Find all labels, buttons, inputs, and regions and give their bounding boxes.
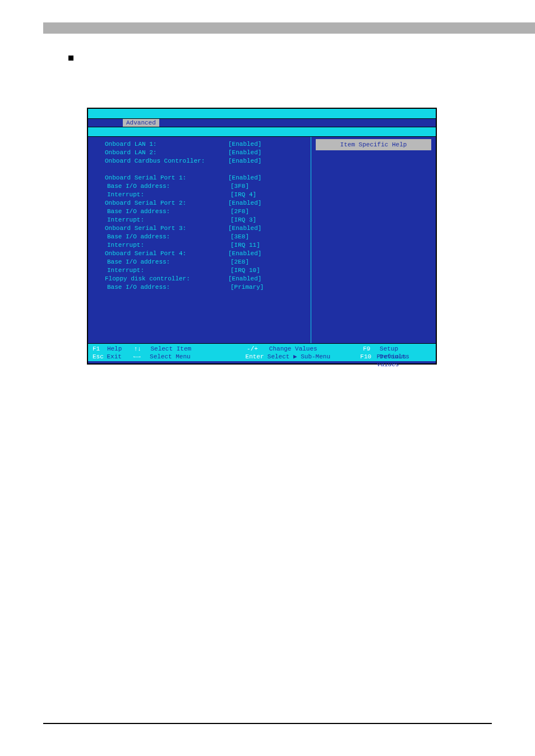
key-enter: Enter [246, 353, 268, 361]
setting-label: Interrupt: [107, 191, 230, 199]
setting-label: Base I/O address: [107, 233, 230, 241]
action-select-submenu: Select ▶ Sub-Menu [268, 353, 339, 361]
setting-value[interactable]: [IRQ 10] [230, 266, 260, 275]
setting-value[interactable]: [Enabled] [228, 250, 261, 258]
action-change-values: Change Values [269, 345, 342, 353]
setting-label: Onboard Serial Port 2: [105, 199, 228, 208]
setting-value[interactable]: [Enabled] [228, 157, 261, 165]
setting-label: Interrupt: [107, 216, 230, 224]
setting-row: Onboard Serial Port 2:[Enabled] [88, 199, 311, 208]
setting-row: Onboard Serial Port 4:[Enabled] [88, 250, 311, 258]
bios-titlebar [88, 109, 436, 119]
action-setup-defaults: Setup Defaults [380, 345, 431, 353]
help-title: Item Specific Help [316, 139, 431, 150]
setting-row: Interrupt:[IRQ 11] [88, 241, 311, 250]
setting-value[interactable]: [3F8] [230, 182, 249, 191]
setting-value[interactable]: [Enabled] [228, 140, 261, 149]
setting-row: Base I/O address:[3F8] [88, 182, 311, 191]
setting-label: Onboard LAN 1: [105, 140, 228, 149]
setting-value[interactable]: [Enabled] [228, 275, 261, 283]
bios-footer: F1 Help ↑↓ Select Item -/+ Change Values… [88, 343, 436, 361]
setting-label [105, 165, 228, 174]
bios-settings-pane[interactable]: Onboard LAN 1:[Enabled] Onboard LAN 2:[E… [88, 137, 311, 343]
setting-row: Onboard Cardbus Controller:[Enabled] [88, 157, 311, 165]
arrows-updown-icon: ↑↓ [134, 345, 151, 353]
setting-label: Base I/O address: [107, 258, 230, 266]
footer-row-2: Esc Exit ←→ Select Menu Enter Select ▶ S… [93, 353, 431, 361]
key-f9: F9 [363, 345, 380, 353]
setting-row: Interrupt:[IRQ 10] [88, 266, 311, 275]
setting-row [88, 165, 311, 174]
setting-label: Interrupt: [107, 266, 230, 275]
setting-label: Interrupt: [107, 241, 230, 250]
setting-value[interactable]: [3E8] [230, 233, 249, 241]
bullet-square-icon [68, 56, 73, 61]
setting-row: Onboard LAN 1:[Enabled] [88, 140, 311, 149]
setting-row: Base I/O address:[Primary] [88, 283, 311, 292]
setting-row: Interrupt:[IRQ 4] [88, 191, 311, 199]
action-select-menu: Select Menu [150, 353, 195, 361]
setting-label: Onboard LAN 2: [105, 149, 228, 157]
setting-value[interactable]: [Primary] [230, 283, 264, 292]
setting-label: Floppy disk controller: [105, 275, 228, 283]
setting-value[interactable]: [IRQ 3] [230, 216, 256, 224]
arrows-leftright-icon: ←→ [133, 353, 150, 361]
page-header-bar [43, 22, 535, 34]
bios-setup-window: Advanced Onboard LAN 1:[Enabled] Onboard… [87, 108, 437, 365]
setting-value[interactable]: [2E8] [230, 258, 249, 266]
setting-value[interactable]: [Enabled] [228, 149, 261, 157]
footer-row-1: F1 Help ↑↓ Select Item -/+ Change Values… [93, 345, 431, 353]
key-f1: F1 [93, 345, 107, 353]
setting-row: Base I/O address:[2F8] [88, 208, 311, 216]
setting-value[interactable]: [IRQ 4] [230, 191, 256, 199]
action-help: Help [107, 345, 134, 353]
action-select-item: Select Item [150, 345, 196, 353]
setting-label: Onboard Serial Port 1: [105, 174, 228, 182]
setting-label: Base I/O address: [107, 182, 230, 191]
page-footer-rule [43, 723, 492, 724]
setting-value[interactable]: [IRQ 11] [230, 241, 260, 250]
setting-row: Floppy disk controller:[Enabled] [88, 275, 311, 283]
setting-value[interactable]: [Enabled] [228, 174, 261, 182]
setting-row: Interrupt:[IRQ 3] [88, 216, 311, 224]
setting-label: Base I/O address: [107, 283, 230, 292]
bios-body: Onboard LAN 1:[Enabled] Onboard LAN 2:[E… [88, 137, 436, 343]
setting-row: Onboard Serial Port 1:[Enabled] [88, 174, 311, 182]
key-plusminus: -/+ [247, 345, 269, 353]
setting-label: Base I/O address: [107, 208, 230, 216]
action-exit: Exit [107, 353, 133, 361]
setting-row: Onboard LAN 2:[Enabled] [88, 149, 311, 157]
setting-label: Onboard Cardbus Controller: [105, 157, 228, 165]
setting-value[interactable]: [Enabled] [228, 199, 261, 208]
key-esc: Esc [93, 353, 107, 361]
setting-label: Onboard Serial Port 4: [105, 250, 228, 258]
bios-help-pane: Item Specific Help [311, 137, 436, 343]
bios-menu-bar[interactable]: Advanced [88, 119, 436, 127]
tab-advanced[interactable]: Advanced [123, 119, 159, 127]
bios-sub-header [88, 127, 436, 137]
setting-label: Onboard Serial Port 3: [105, 224, 228, 233]
setting-value[interactable]: [2F8] [230, 208, 249, 216]
key-f10: F10 [360, 353, 376, 361]
setting-row: Base I/O address:[2E8] [88, 258, 311, 266]
setting-row: Onboard Serial Port 3:[Enabled] [88, 224, 311, 233]
setting-row: Base I/O address:[3E8] [88, 233, 311, 241]
action-previous-values: Previous Values [377, 353, 431, 361]
setting-value[interactable]: [Enabled] [228, 224, 261, 233]
